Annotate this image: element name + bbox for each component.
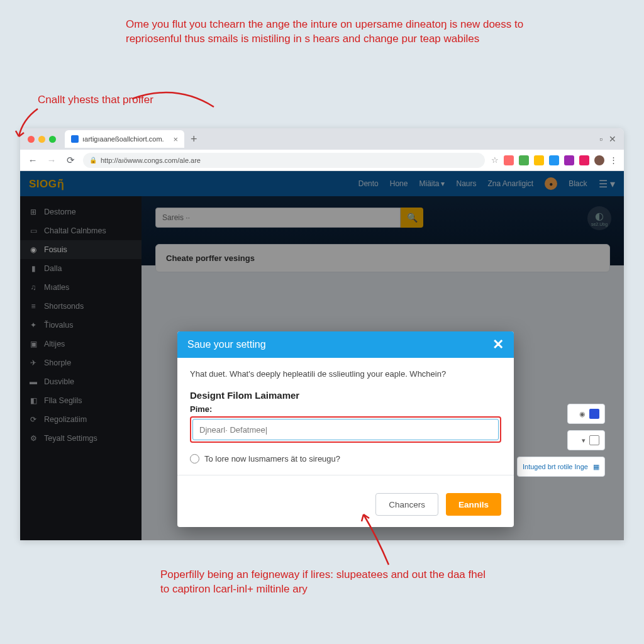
annotation-label-1: Cnallt yhests that proffer [38, 93, 153, 108]
tabbar-action-icon[interactable]: ▫ [599, 134, 602, 144]
ext-icon-5[interactable] [564, 155, 574, 165]
side-chips: ◉ ▾ Intuged brt rotile Inge▦ [517, 404, 605, 477]
radio-label: To lore now lusmamers ät to sireugu? [204, 454, 340, 464]
lock-icon: 🔒 [89, 157, 97, 164]
grid-icon: ▦ [593, 463, 599, 471]
modal-body: Yhat duet. What's deeply hepleatili de s… [177, 358, 514, 483]
field-label-pime: Pime: [190, 404, 501, 414]
tab-title: ıartigıaaneßoallchiort.com. [82, 135, 164, 143]
radio-icon [190, 454, 199, 464]
maximize-window-icon[interactable] [49, 136, 56, 143]
highlighted-input-wrap [190, 416, 501, 443]
browser-tab-bar: ıartigıaaneßoallchiort.com. × + ▫ ✕ [20, 128, 624, 150]
chip-1[interactable]: ◉ [567, 404, 605, 424]
radio-option[interactable]: To lore now lusmamers ät to sireugu? [190, 452, 501, 472]
star-icon[interactable]: ☆ [491, 155, 499, 165]
browser-tab[interactable]: ıartigıaaneßoallchiort.com. × [65, 130, 184, 148]
modal-title: Saue your setting [187, 339, 266, 350]
chip-link-text: Intuged brt rotile Inge [523, 463, 588, 470]
url-input[interactable]: 🔒 http://aıöwww.congs.com/ale.are [83, 153, 485, 168]
ext-icon-2[interactable] [519, 155, 529, 165]
forward-button[interactable]: → [45, 155, 58, 165]
chevron-down-icon: ▾ [582, 436, 586, 445]
back-button[interactable]: ← [26, 155, 39, 165]
save-settings-modal: Saue your setting ✕ Yhat duet. What's de… [177, 331, 514, 527]
browser-window: ıartigıaaneßoallchiort.com. × + ▫ ✕ ← → … [20, 128, 624, 540]
chip-2[interactable]: ▾ [567, 430, 605, 450]
ext-icon-3[interactable] [534, 155, 544, 165]
url-text: http://aıöwww.congs.com/ale.are [101, 157, 201, 164]
kebab-menu-icon[interactable]: ⋮ [609, 155, 618, 165]
reload-button[interactable]: ⟳ [64, 155, 77, 166]
confirm-button[interactable]: Eannils [446, 493, 501, 516]
new-tab-button[interactable]: + [184, 133, 204, 146]
app-viewport: SIOGῆ Dento Hone Miäita ▾ Naurs Zna Anar… [20, 171, 624, 540]
name-input[interactable] [192, 419, 499, 440]
tabbar-close-icon[interactable]: ✕ [609, 134, 616, 144]
toolbar-icons: ☆ ⋮ [491, 155, 618, 165]
arrow-to-cancel [340, 509, 415, 572]
tab-favicon-icon [71, 135, 79, 143]
eye-icon: ◉ [579, 410, 586, 418]
divider [177, 475, 514, 475]
tab-close-icon[interactable]: × [173, 135, 178, 144]
modal-close-button[interactable]: ✕ [492, 336, 504, 353]
address-bar: ← → ⟳ 🔒 http://aıöwww.congs.com/ale.are … [20, 150, 624, 171]
annotation-top: Ome you flut you tchearn the ange the in… [126, 18, 553, 47]
annotation-bottom: Poperfilly being an feigneway if lires: … [160, 568, 487, 597]
chip-square-icon [589, 409, 599, 419]
ext-icon-4[interactable] [549, 155, 559, 165]
modal-section-title: Designt Filom Laimamer [190, 390, 501, 401]
ext-icon-1[interactable] [504, 155, 514, 165]
ext-icon-6[interactable] [579, 155, 589, 165]
modal-header: Saue your setting ✕ [177, 331, 514, 358]
modal-description: Yhat duet. What's deeply hepleatili de s… [190, 369, 501, 379]
chip-box-icon [589, 435, 599, 445]
arrow-to-browser [11, 104, 49, 148]
profile-avatar-icon[interactable] [594, 155, 604, 165]
chip-link[interactable]: Intuged brt rotile Inge▦ [517, 457, 605, 477]
